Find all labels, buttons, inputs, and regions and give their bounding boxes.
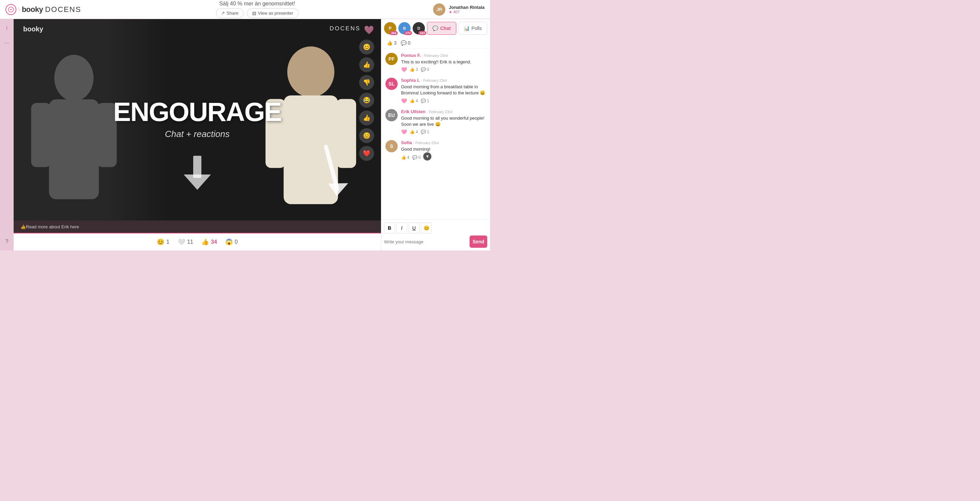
msg-name-4: Sofia bbox=[401, 140, 412, 145]
like-icon-3: 👍 bbox=[410, 129, 415, 134]
msg-avatar-2: SL bbox=[385, 78, 398, 90]
send-label: Send bbox=[473, 239, 484, 244]
msg-content-1: Pontus F. · February 23rd This is so exc… bbox=[401, 53, 486, 72]
msg-reactions-4-row: 👍 4 💬 0 ▼ bbox=[401, 152, 486, 161]
msg-date-3: · February 23rd bbox=[427, 110, 452, 114]
like-reaction[interactable]: 👍 34 bbox=[201, 238, 217, 246]
video-container: booky DOCENS 🩷 ENGOURAGE Chat + reaction… bbox=[14, 19, 381, 250]
msg-header-2: Sophia L · February 23rd bbox=[401, 78, 486, 83]
user-info: Jonathan Rintala ★ 407 bbox=[449, 5, 485, 14]
heart-count: 11 bbox=[187, 239, 193, 245]
read-more-bar[interactable]: 👍 Read more about Erik here bbox=[14, 221, 381, 233]
like-icon-1: 👍 bbox=[410, 67, 415, 72]
reaction-bubble-6[interactable]: 😊 bbox=[359, 128, 374, 143]
msg-text-3: Good morning to all you wonderful people… bbox=[401, 115, 486, 127]
reaction-bubble-4[interactable]: 😂 bbox=[359, 93, 374, 108]
svg-marker-10 bbox=[184, 175, 211, 190]
read-more-text: Read more about Erik here bbox=[26, 224, 79, 229]
reaction-bubble-2[interactable]: 👍 bbox=[359, 57, 374, 72]
msg-like-count-2: 👍 4 bbox=[410, 99, 418, 103]
participant-avatar-2: B 272 bbox=[398, 22, 410, 34]
chat-message-1: PF Pontus F. · February 23rd This is so … bbox=[385, 53, 486, 72]
chat-tab-button[interactable]: 💬 Chat bbox=[427, 22, 456, 35]
chat-tab-icon: 💬 bbox=[433, 25, 438, 31]
msg-header-4: Sofia · February 23rd bbox=[401, 140, 486, 145]
heart-reaction[interactable]: 🤍 11 bbox=[178, 238, 193, 246]
summary-comment: 💬 0 bbox=[401, 40, 410, 46]
svg-rect-2 bbox=[49, 99, 99, 199]
svg-rect-3 bbox=[31, 103, 51, 167]
msg-like-count-4: 👍 4 bbox=[401, 155, 410, 160]
msg-text-1: This is so exciting!! Erik is a legend. bbox=[401, 59, 486, 65]
reaction-bubble-7[interactable]: ❤️ bbox=[359, 146, 374, 161]
chat-input-row: Send bbox=[384, 235, 487, 248]
underline-button[interactable]: U bbox=[409, 223, 420, 234]
reaction-bubble-3[interactable]: 👎 bbox=[359, 75, 374, 90]
msg-like-count-3: 👍 4 bbox=[410, 129, 418, 134]
down-arrow-icon bbox=[184, 156, 211, 190]
msg-name-3: Erik Ullsten bbox=[401, 109, 426, 114]
chat-format-bar: B I U 😊 bbox=[384, 223, 487, 234]
msg-reactions-4: 👍 4 💬 0 bbox=[401, 155, 420, 160]
send-button[interactable]: Send bbox=[469, 235, 487, 248]
summary-like: 👍 3 bbox=[387, 40, 397, 46]
msg-header-1: Pontus F. · February 23rd bbox=[401, 53, 486, 58]
msg-comment-count-4: 💬 0 bbox=[412, 155, 421, 160]
msg-date-1: · February 23rd bbox=[422, 54, 448, 57]
msg-name-2: Sophia L bbox=[401, 78, 420, 83]
reaction-bubble-5[interactable]: 👍 bbox=[359, 110, 374, 126]
msg-text-2: Good morning from a breakfast table in B… bbox=[401, 84, 486, 96]
promo-text: Sälj 40 % mer än genomsnittet! bbox=[220, 1, 295, 6]
italic-button[interactable]: I bbox=[396, 223, 407, 234]
sidebar-help-icon[interactable]: ? bbox=[2, 237, 11, 247]
reaction-bubbles: 😊 👍 👎 😂 👍 😊 ❤️ bbox=[359, 40, 374, 161]
expand-message-button[interactable]: ▼ bbox=[423, 152, 431, 161]
reaction-bubble-1[interactable]: 😊 bbox=[359, 40, 374, 54]
summary-comment-count: 0 bbox=[408, 40, 410, 46]
topbar-right: JR Jonathan Rintala ★ 407 bbox=[433, 3, 485, 16]
share-icon: ↗ bbox=[221, 11, 225, 16]
msg-avatar-3: EU bbox=[385, 109, 398, 121]
sidebar-info-icon[interactable]: i bbox=[2, 23, 11, 33]
chat-messages: PF Pontus F. · February 23rd This is so … bbox=[381, 49, 490, 219]
chat-input[interactable] bbox=[384, 237, 468, 247]
msg-date-2: · February 23rd bbox=[421, 78, 447, 83]
like-icon: 👍 bbox=[201, 238, 209, 246]
bold-button[interactable]: B bbox=[384, 223, 395, 234]
view-as-presenter-button[interactable]: ▤ View as presenter bbox=[247, 8, 299, 18]
polls-tab-label: Polls bbox=[472, 25, 482, 31]
chat-panel: P 394 B 272 D 183 💬 Chat 📊 Polls bbox=[381, 19, 490, 250]
comment-icon-2: 💬 bbox=[421, 99, 426, 103]
sidebar-more-icon[interactable]: ··· bbox=[2, 38, 11, 48]
emoji-picker-button[interactable]: 😊 bbox=[421, 223, 432, 234]
emoji-picker-icon: 😊 bbox=[423, 225, 430, 231]
msg-header-3: Erik Ullsten · February 23rd bbox=[401, 109, 486, 114]
video-subtitle: Chat + reactions bbox=[113, 129, 281, 139]
msg-text-4: Good morning! bbox=[401, 146, 486, 152]
user-score: ★ 407 bbox=[449, 10, 485, 14]
participant-count-1: 394 bbox=[390, 31, 398, 35]
msg-content-2: Sophia L · February 23rd Good morning fr… bbox=[401, 78, 486, 103]
msg-reactions-3: 🩷 👍 4 💬 1 bbox=[401, 129, 486, 135]
like-icon-4: 👍 bbox=[401, 155, 406, 160]
univid-logo: \ booky DOCENS bbox=[5, 4, 81, 15]
shock-icon: 😱 bbox=[225, 238, 233, 246]
chat-input-area: B I U 😊 Send bbox=[381, 219, 490, 250]
sidebar: i ··· ? bbox=[0, 19, 14, 250]
user-name: Jonathan Rintala bbox=[449, 5, 485, 10]
msg-reactions-2: 🩷 👍 4 💬 1 bbox=[401, 98, 486, 103]
summary-comment-icon: 💬 bbox=[401, 40, 407, 46]
msg-comment-count-2: 💬 1 bbox=[421, 99, 430, 103]
shock-reaction[interactable]: 😱 0 bbox=[225, 238, 238, 246]
svg-point-5 bbox=[287, 46, 334, 97]
person-left-silhouette bbox=[21, 49, 127, 221]
msg-heart-icon-3: 🩷 bbox=[401, 129, 407, 135]
msg-comment-count-1: 💬 0 bbox=[421, 67, 430, 72]
presenter-label: View as presenter bbox=[258, 11, 293, 16]
svg-line-11 bbox=[311, 147, 353, 189]
topbar-center: Sälj 40 % mer än genomsnittet! ↗ Share ▤… bbox=[216, 1, 299, 18]
share-button[interactable]: ↗ Share bbox=[216, 8, 243, 18]
polls-tab-button[interactable]: 📊 Polls bbox=[458, 22, 488, 35]
emoji-reaction[interactable]: 😊 1 bbox=[157, 238, 169, 246]
msg-comment-count-3: 💬 1 bbox=[421, 129, 430, 134]
